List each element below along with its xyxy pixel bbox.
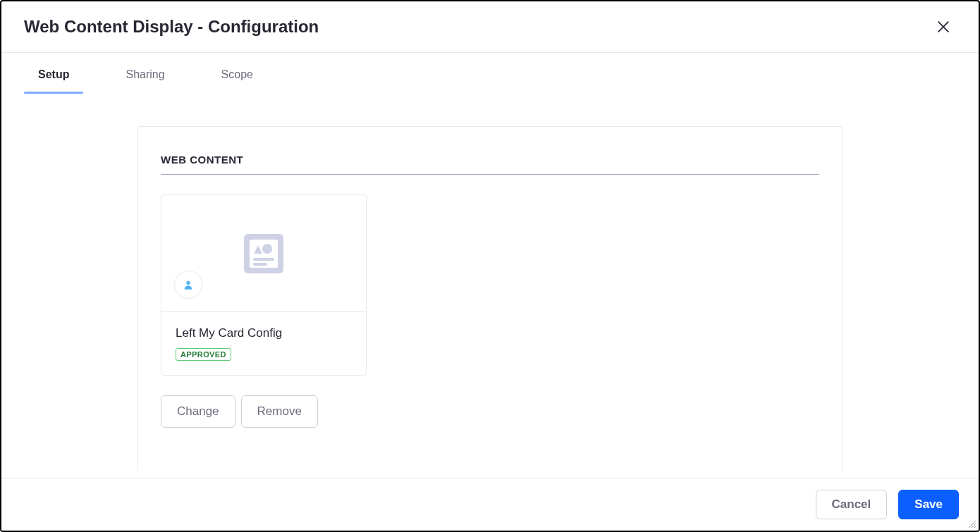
content-card[interactable]: Left My Card Config APPROVED (161, 194, 367, 376)
tab-bar: Setup Sharing Scope (1, 57, 979, 92)
cancel-button[interactable]: Cancel (816, 490, 888, 519)
section-title-web-content: WEB CONTENT (161, 154, 819, 175)
tab-sharing[interactable]: Sharing (111, 57, 178, 92)
svg-point-3 (262, 244, 272, 254)
svg-rect-5 (253, 263, 267, 266)
svg-rect-4 (253, 258, 274, 261)
svg-point-6 (186, 281, 190, 285)
user-badge (174, 271, 202, 299)
tab-scope[interactable]: Scope (207, 57, 267, 92)
save-button[interactable]: Save (898, 490, 959, 519)
remove-button[interactable]: Remove (241, 395, 318, 428)
document-placeholder-icon (241, 231, 286, 276)
dialog-header: Web Content Display - Configuration (1, 1, 979, 53)
user-icon (183, 279, 194, 290)
close-icon (936, 19, 951, 35)
close-button[interactable] (931, 14, 956, 39)
dialog-body[interactable]: Setup Sharing Scope WEB CONTENT (1, 53, 979, 471)
content-wrap: WEB CONTENT (1, 92, 979, 471)
setup-panel: WEB CONTENT (137, 126, 843, 471)
card-body: Left My Card Config APPROVED (161, 312, 366, 375)
status-badge: APPROVED (176, 348, 231, 361)
dialog-footer: Cancel Save (1, 478, 979, 531)
tab-setup[interactable]: Setup (24, 57, 83, 92)
card-title: Left My Card Config (176, 326, 352, 340)
card-actions: Change Remove (161, 395, 819, 428)
spacer (161, 428, 819, 471)
dialog-title: Web Content Display - Configuration (24, 17, 319, 37)
card-preview (161, 195, 366, 312)
change-button[interactable]: Change (161, 395, 235, 428)
